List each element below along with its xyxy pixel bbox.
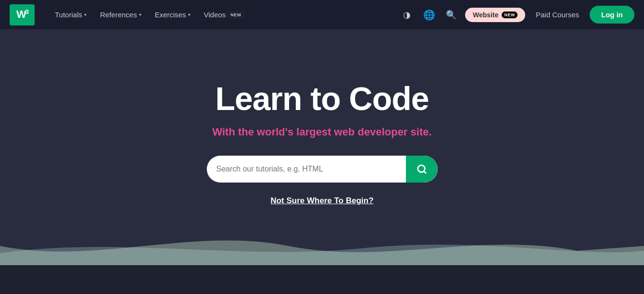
search-submit-icon — [417, 164, 427, 174]
hero-section: Learn to Code With the world's largest w… — [0, 30, 644, 265]
navbar: W3 schools Tutorials ▾ References ▾ Exer… — [0, 0, 644, 30]
nav-tutorials[interactable]: Tutorials ▾ — [49, 7, 92, 23]
videos-new-badge: NEW — [227, 12, 244, 18]
login-button[interactable]: Log in — [590, 6, 634, 24]
nav-links: Tutorials ▾ References ▾ Exercises ▾ Vid… — [49, 7, 399, 23]
nav-references[interactable]: References ▾ — [94, 7, 147, 23]
globe-button[interactable]: 🌐 — [421, 7, 437, 23]
wave-decoration — [0, 227, 644, 265]
nav-videos[interactable]: Videos NEW — [198, 7, 250, 23]
hero-heading: Learn to Code — [215, 80, 429, 117]
references-arrow-icon: ▾ — [139, 12, 141, 17]
theme-toggle-icon: ◑ — [403, 10, 411, 20]
website-new-badge: NEW — [502, 12, 518, 18]
website-button[interactable]: Website NEW — [465, 8, 525, 22]
logo-schools-text: schools — [12, 19, 33, 24]
search-submit-button[interactable] — [406, 156, 438, 183]
search-button[interactable]: 🔍 — [443, 7, 459, 23]
globe-icon: 🌐 — [423, 9, 435, 21]
logo[interactable]: W3 schools — [10, 4, 35, 25]
nav-right: ◑ 🌐 🔍 Website NEW Paid Courses Log in — [399, 6, 634, 24]
search-bar — [207, 156, 438, 183]
paid-courses-link[interactable]: Paid Courses — [531, 7, 584, 23]
tutorials-arrow-icon: ▾ — [84, 12, 87, 17]
exercises-arrow-icon: ▾ — [188, 12, 190, 17]
search-input[interactable] — [207, 156, 406, 183]
svg-line-1 — [424, 171, 426, 173]
hero-subheading: With the world's largest web developer s… — [212, 126, 431, 138]
theme-toggle-button[interactable]: ◑ — [399, 7, 415, 23]
search-icon: 🔍 — [446, 10, 456, 20]
nav-exercises[interactable]: Exercises ▾ — [149, 7, 196, 23]
not-sure-link[interactable]: Not Sure Where To Begin? — [270, 196, 373, 206]
